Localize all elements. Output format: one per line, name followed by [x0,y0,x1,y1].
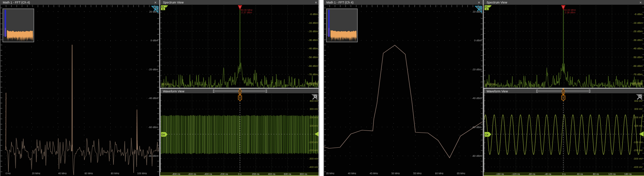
svg-text:-40 dBm: -40 dBm [148,97,158,100]
svg-text:20 MHz: 20 MHz [32,172,40,175]
svg-text:-56 dBm: -56 dBm [308,56,318,59]
svg-text:-2.38 dBm: -2.38 dBm [564,11,575,14]
svg-text:R: R [239,6,241,8]
svg-text:50.00 MHz: 50.00 MHz [564,9,576,11]
svg-text:-66 dBm: -66 dBm [308,64,318,68]
svg-text:40 ns: 40 ns [577,173,583,175]
svg-text:Waveform View: Waveform View [163,90,185,93]
svg-text:-6 dBm: -6 dBm [310,13,318,16]
svg-text:-400 mV: -400 mV [309,166,318,168]
svg-text:×: × [478,0,480,5]
svg-text:300 mV: 300 mV [634,108,643,110]
svg-text:100 mV: 100 mV [310,125,318,127]
svg-text:0 Hz: 0 Hz [6,172,11,175]
svg-text:Math 1 - FFT (Ch 4): Math 1 - FFT (Ch 4) [3,1,30,4]
svg-text:-16 dBm: -16 dBm [633,21,643,24]
svg-text:40 MHz: 40 MHz [348,172,357,175]
svg-text:45 MHz: 45 MHz [370,172,378,175]
svg-text:-40 ns: -40 ns [545,173,552,175]
svg-text:45.0 MHz: 45.0 MHz [162,83,172,85]
svg-text:-40 dBm: -40 dBm [472,97,482,100]
svg-text:-2.37 dBm: -2.37 dBm [241,11,252,14]
svg-text:-20 dBm: -20 dBm [148,68,158,71]
svg-text:-60 dBm: -60 dBm [148,126,158,129]
svg-text:-80 dBm: -80 dBm [472,154,482,157]
svg-text:-26 dBm: -26 dBm [633,30,643,33]
svg-text:200 ns: 200 ns [252,173,260,175]
svg-text:-200 mV: -200 mV [309,149,318,152]
svg-text:60 MHz: 60 MHz [435,172,444,175]
svg-text:200 mV: 200 mV [310,116,318,119]
svg-text:-200 mV: -200 mV [634,149,643,152]
svg-text:-300 mV: -300 mV [309,157,318,160]
svg-text:×: × [154,0,156,5]
svg-text:-46 dBm: -46 dBm [633,47,643,50]
svg-text:-66 dBm: -66 dBm [633,64,643,68]
svg-text:160 ns: 160 ns [624,173,632,175]
svg-text:T: T [563,97,564,99]
svg-text:C4: C4 [485,133,488,136]
svg-text:-46 dBm: -46 dBm [308,47,318,50]
svg-text:-26 dBm: -26 dBm [308,30,318,33]
svg-text:-76 dBm: -76 dBm [308,73,318,76]
svg-text:-300 mV: -300 mV [634,157,643,160]
svg-text:-160 ns: -160 ns [496,173,504,175]
svg-text:65 MHz: 65 MHz [457,172,466,175]
svg-text:Math 1 - FFT (Ch 4): Math 1 - FFT (Ch 4) [326,1,354,4]
svg-text:Spectrum View: Spectrum View [487,1,508,4]
svg-text:-76 dBm: -76 dBm [633,73,643,76]
svg-text:C4: C4 [162,133,165,136]
svg-text:0 dBm: 0 dBm [474,39,482,42]
svg-text:×: × [315,0,317,5]
svg-text:80 ns: 80 ns [593,173,599,175]
svg-text:800 ns: 800 ns [300,173,308,175]
svg-text:N: N [486,8,487,10]
svg-text:80 MHz: 80 MHz [111,172,120,175]
svg-text:N: N [162,8,164,10]
svg-text:0 dBm: 0 dBm [150,39,158,42]
svg-text:300 mV: 300 mV [310,108,318,110]
svg-text:-400 mV: -400 mV [634,166,643,168]
svg-text:400 ns: 400 ns [268,173,276,175]
svg-text:-80 dBm: -80 dBm [148,154,158,157]
svg-text:-60 dBm: -60 dBm [472,126,482,129]
svg-text:-200 ns: -200 ns [220,173,228,175]
svg-text:-36 dBm: -36 dBm [633,38,643,42]
svg-text:45.0 MHz: 45.0 MHz [485,83,496,85]
svg-text:-100 mV: -100 mV [634,141,643,143]
svg-text:Waveform View: Waveform View [487,90,508,93]
svg-text:-16 dBm: -16 dBm [308,21,318,24]
svg-text:50.00 MHz: 50.00 MHz [241,9,253,11]
svg-text:40 MHz: 40 MHz [58,172,67,175]
svg-text:-120 ns: -120 ns [512,173,520,175]
svg-text:600 ns: 600 ns [284,173,291,175]
svg-text:C4: C4 [161,6,164,8]
svg-text:0 s: 0 s [562,173,566,175]
svg-text:Spectrum View: Spectrum View [163,1,184,4]
svg-text:-36 dBm: -36 dBm [308,38,318,42]
svg-text:-400 ns: -400 ns [204,173,212,175]
svg-text:-20 dBm: -20 dBm [472,68,482,71]
svg-text:55.0 MHz: 55.0 MHz [308,83,318,85]
svg-text:T: T [239,97,241,99]
svg-text:100 mV: 100 mV [634,125,643,127]
svg-text:55.0 MHz: 55.0 MHz [632,83,643,85]
svg-text:-100 mV: -100 mV [309,141,318,143]
svg-text:C4: C4 [485,6,488,8]
svg-text:0 s: 0 s [238,173,242,175]
svg-text:60 MHz: 60 MHz [84,172,93,175]
svg-text:R: R [563,6,564,8]
svg-text:200 mV: 200 mV [634,116,643,119]
svg-text:35 MHz: 35 MHz [326,172,335,175]
svg-text:400 mV: 400 mV [310,100,318,102]
svg-text:55 MHz: 55 MHz [413,172,422,175]
svg-text:-800 ns: -800 ns [172,173,180,175]
svg-text:120 ns: 120 ns [608,173,616,175]
svg-text:×: × [639,0,642,5]
svg-text:50 MHz: 50 MHz [392,172,400,175]
svg-text:-6 dBm: -6 dBm [634,13,643,16]
svg-text:-80 ns: -80 ns [528,173,535,175]
svg-text:-56 dBm: -56 dBm [633,56,643,59]
svg-text:100 MHz: 100 MHz [137,172,147,175]
svg-text:-600 ns: -600 ns [188,173,197,175]
